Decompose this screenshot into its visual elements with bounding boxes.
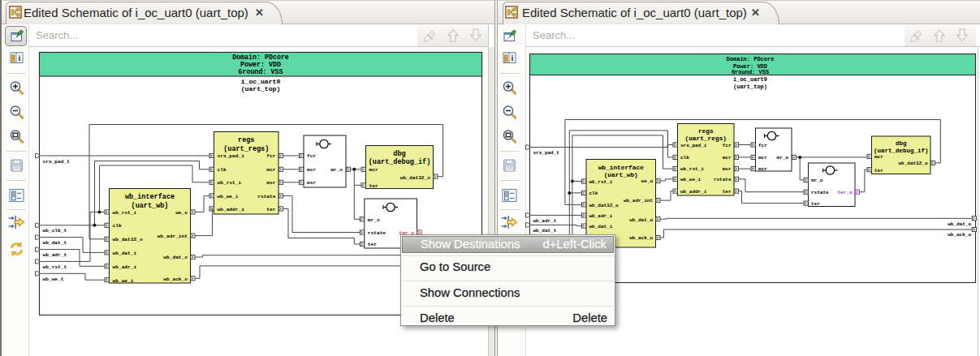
svg-text:(uart_regs): (uart_regs) (685, 135, 727, 142)
svg-text:mcr: mcr (723, 155, 732, 161)
svg-text:ter: ter (811, 201, 820, 207)
svg-text:ter: ter (723, 189, 732, 195)
svg-text:Domain: PDcore: Domain: PDcore (232, 54, 289, 61)
svg-text:wb_dat32_o: wb_dat32_o (400, 175, 430, 181)
svg-text:wb_dat_o: wb_dat_o (629, 217, 653, 223)
svg-text:wb_dat_i: wb_dat_i (113, 251, 137, 256)
svg-text:wb_rst_t: wb_rst_t (43, 264, 67, 270)
svg-text:wb_addr_i: wb_addr_i (218, 207, 245, 212)
svg-text:we_o: we_o (175, 210, 188, 216)
svg-text:rstate: rstate (257, 194, 276, 199)
svg-text:wb_dat_t: wb_dat_t (533, 228, 557, 234)
svg-text:Power: VDD: Power: VDD (733, 63, 767, 70)
svg-text:ter: ter (369, 183, 378, 189)
svg-text:wb_rst_i: wb_rst_i (589, 179, 613, 185)
svg-text:wb_ack_o: wb_ack_o (163, 277, 188, 282)
svg-text:wb_adr_i: wb_adr_i (113, 264, 137, 270)
svg-text:dbg: dbg (393, 150, 405, 158)
svg-text:(uart_wb): (uart_wb) (604, 172, 638, 178)
svg-text:fcr: fcr (723, 143, 732, 148)
svg-text:wb_adr_int: wb_adr_int (158, 234, 188, 239)
svg-text:wb_adr_int: wb_adr_int (624, 198, 653, 204)
svg-text:ter: ter (266, 207, 275, 212)
svg-text:wb_we_t: wb_we_t (43, 277, 64, 282)
svg-text:mr_o: mr_o (330, 167, 343, 173)
svg-text:wb_dat32_o: wb_dat32_o (113, 237, 143, 242)
svg-text:mcr: mcr (758, 155, 767, 161)
svg-text:Power: VDD: Power: VDD (240, 61, 281, 68)
svg-text:srx_pad_t: srx_pad_t (533, 150, 560, 156)
svg-text:clk: clk (589, 191, 598, 196)
svg-text:i_oc_uart0: i_oc_uart0 (241, 78, 281, 85)
svg-text:Ground: VSS: Ground: VSS (732, 69, 769, 75)
svg-text:wb_we_i: wb_we_i (680, 177, 702, 182)
svg-text:rstate: rstate (714, 177, 732, 182)
svg-text:we_o: we_o (641, 178, 654, 184)
svg-text:wb_dat_t: wb_dat_t (43, 240, 67, 246)
svg-text:mr_o: mr_o (777, 155, 789, 161)
svg-text:rstate: rstate (368, 230, 386, 236)
svg-text:i_oc_uart0: i_oc_uart0 (733, 76, 767, 83)
svg-text:(uart_debug_if): (uart_debug_if) (369, 158, 431, 166)
svg-text:wb_rst_i: wb_rst_i (113, 210, 137, 216)
svg-text:srx_pad_t: srx_pad_t (43, 159, 71, 165)
svg-text:dbg: dbg (896, 140, 907, 147)
svg-text:ter: ter (368, 242, 377, 247)
svg-text:wb_adr_t: wb_adr_t (43, 252, 67, 258)
svg-text:srx_pad_i: srx_pad_i (218, 153, 245, 159)
svg-text:wb_we_i: wb_we_i (113, 278, 134, 284)
svg-text:(uart_top): (uart_top) (241, 85, 281, 92)
svg-text:regs: regs (698, 128, 714, 135)
svg-text:Ground: VSS: Ground: VSS (239, 68, 283, 75)
svg-text:Domain: PDcore: Domain: PDcore (727, 56, 775, 62)
svg-text:wb_dat32_o: wb_dat32_o (589, 203, 619, 208)
svg-text:wb_rst_i: wb_rst_i (680, 166, 704, 172)
svg-text:wb_dat_o: wb_dat_o (948, 221, 971, 227)
svg-text:mcr: mcr (307, 167, 316, 173)
svg-text:rstate: rstate (811, 190, 829, 195)
svg-text:wb_clk_t: wb_clk_t (43, 228, 67, 234)
svg-text:wb_addr_i: wb_addr_i (680, 189, 707, 195)
svg-text:msr: msr (307, 180, 316, 186)
svg-text:wb_dat32_o: wb_dat32_o (898, 161, 927, 166)
svg-text:clk: clk (113, 223, 122, 229)
svg-text:ter_o: ter_o (837, 190, 852, 195)
svg-text:mr_o: mr_o (368, 217, 380, 223)
svg-text:clk: clk (680, 155, 689, 161)
svg-text:(uart_wb): (uart_wb) (132, 202, 169, 210)
svg-text:srx_pad_i: srx_pad_i (680, 143, 707, 148)
svg-text:wb_rst_i: wb_rst_i (218, 180, 242, 186)
svg-text:wb_ack_o: wb_ack_o (629, 235, 653, 241)
svg-text:fcr: fcr (758, 143, 767, 148)
svg-text:ter: ter (874, 168, 883, 174)
svg-text:wb_interface: wb_interface (125, 193, 175, 201)
svg-text:wb_ack_o: wb_ack_o (948, 232, 971, 238)
svg-text:wb_dat_o: wb_dat_o (163, 255, 188, 260)
svg-text:msr: msr (723, 166, 732, 172)
svg-text:mcr: mcr (266, 167, 275, 173)
svg-text:fcr: fcr (307, 153, 316, 159)
svg-text:fcr: fcr (266, 153, 275, 159)
svg-text:wb_dat_i: wb_dat_i (589, 224, 613, 229)
svg-text:clk: clk (218, 167, 227, 173)
svg-text:mcr: mcr (874, 154, 883, 160)
svg-text:msr: msr (266, 180, 275, 186)
svg-text:(uart_top): (uart_top) (733, 84, 767, 90)
svg-text:wb_adr_i: wb_adr_i (589, 213, 613, 219)
svg-text:(uart_debug_if): (uart_debug_if) (874, 148, 929, 154)
svg-text:wb_adr_t: wb_adr_t (533, 218, 557, 224)
svg-text:msr: msr (758, 166, 767, 172)
svg-text:mcr: mcr (369, 167, 378, 173)
svg-text:wb_interface: wb_interface (598, 165, 644, 171)
svg-text:wb_we_i: wb_we_i (218, 194, 239, 199)
svg-text:mr_o: mr_o (811, 178, 823, 183)
svg-text:regs: regs (238, 136, 254, 144)
svg-text:(uart_regs): (uart_regs) (223, 145, 269, 153)
